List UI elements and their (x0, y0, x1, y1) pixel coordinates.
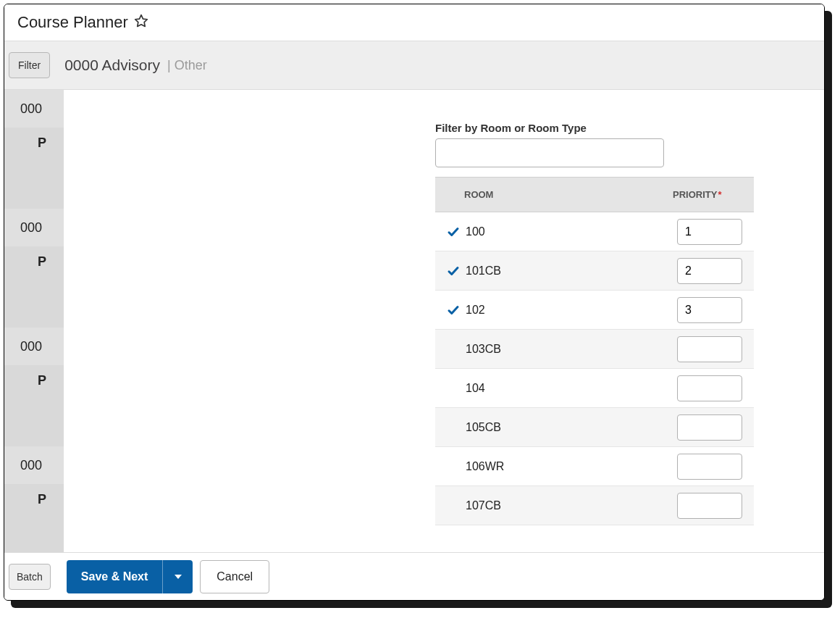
list-item-p: P (4, 484, 64, 552)
priority-input[interactable] (677, 414, 742, 441)
table-row[interactable]: 106WR (435, 447, 754, 486)
course-title: 0000 Advisory (64, 57, 160, 74)
table-row[interactable]: 101CB (435, 251, 754, 291)
room-name: 104 (466, 382, 677, 395)
check-icon (445, 263, 461, 279)
list-item[interactable]: 000P (4, 209, 64, 328)
list-item-p: P (4, 365, 64, 446)
table-row[interactable]: 105CB (435, 408, 754, 447)
save-next-caret[interactable] (162, 560, 193, 593)
list-item[interactable]: 000P (4, 446, 64, 552)
svg-marker-1 (175, 575, 182, 579)
app-window: Course Planner Filter 0000 Advisory | Ot… (4, 4, 825, 601)
priority-input[interactable] (677, 375, 742, 401)
svg-marker-0 (135, 15, 148, 27)
check-icon (445, 224, 461, 240)
batch-button[interactable]: Batch (9, 564, 51, 590)
required-star: * (718, 189, 721, 200)
table-row[interactable]: 104 (435, 369, 754, 408)
list-item-code: 000 (4, 328, 64, 365)
list-item[interactable]: 000P (4, 90, 64, 209)
main-area: 000P000P000P000P Filter by Room or Room … (4, 90, 824, 552)
priority-input[interactable] (677, 258, 742, 284)
list-item-p: P (4, 246, 64, 328)
room-column-header: ROOM (435, 189, 673, 200)
priority-input[interactable] (677, 219, 742, 245)
room-filter-input[interactable] (435, 138, 664, 167)
room-table[interactable]: ROOM PRIORITY* 100101CB102103CB104105CB1… (435, 177, 754, 552)
list-item-code: 000 (4, 90, 64, 128)
room-name: 103CB (466, 343, 677, 356)
save-next-split-button: Save & Next (67, 560, 193, 593)
priority-input[interactable] (677, 493, 742, 519)
room-name: 102 (466, 304, 677, 317)
table-row[interactable]: 103CB (435, 330, 754, 369)
room-name: 106WR (466, 460, 677, 473)
table-row[interactable]: 107CB (435, 486, 754, 525)
left-column: 000P000P000P000P (4, 90, 64, 552)
priority-input[interactable] (677, 454, 742, 480)
star-icon[interactable] (134, 14, 148, 31)
page-title: Course Planner (17, 13, 128, 32)
room-name: 101CB (466, 264, 677, 278)
priority-header-text: PRIORITY (673, 189, 717, 200)
priority-input[interactable] (677, 336, 742, 362)
title-bar: Course Planner (4, 4, 824, 41)
filter-button[interactable]: Filter (9, 52, 50, 78)
filter-section: Filter by Room or Room Type (435, 122, 754, 167)
table-row[interactable]: 100 (435, 212, 754, 251)
table-row[interactable]: 102 (435, 291, 754, 330)
filter-label: Filter by Room or Room Type (435, 122, 754, 134)
check-icon (445, 302, 461, 318)
course-meta: | Other (167, 58, 207, 73)
footer-bar: Batch Save & Next Cancel (4, 552, 824, 600)
sub-header: Filter 0000 Advisory | Other (4, 41, 824, 90)
priority-input[interactable] (677, 297, 742, 323)
priority-column-header: PRIORITY* (673, 189, 754, 200)
list-item-p: P (4, 128, 64, 209)
cancel-button[interactable]: Cancel (200, 560, 269, 593)
room-name: 107CB (466, 499, 677, 512)
list-item[interactable]: 000P (4, 328, 64, 446)
room-panel: Filter by Room or Room Type ROOM PRIORIT… (64, 90, 824, 552)
save-next-button[interactable]: Save & Next (67, 560, 163, 593)
table-header: ROOM PRIORITY* (435, 178, 754, 212)
list-item-code: 000 (4, 209, 64, 246)
room-name: 105CB (466, 421, 677, 434)
room-name: 100 (466, 225, 677, 238)
list-item-code: 000 (4, 446, 64, 484)
